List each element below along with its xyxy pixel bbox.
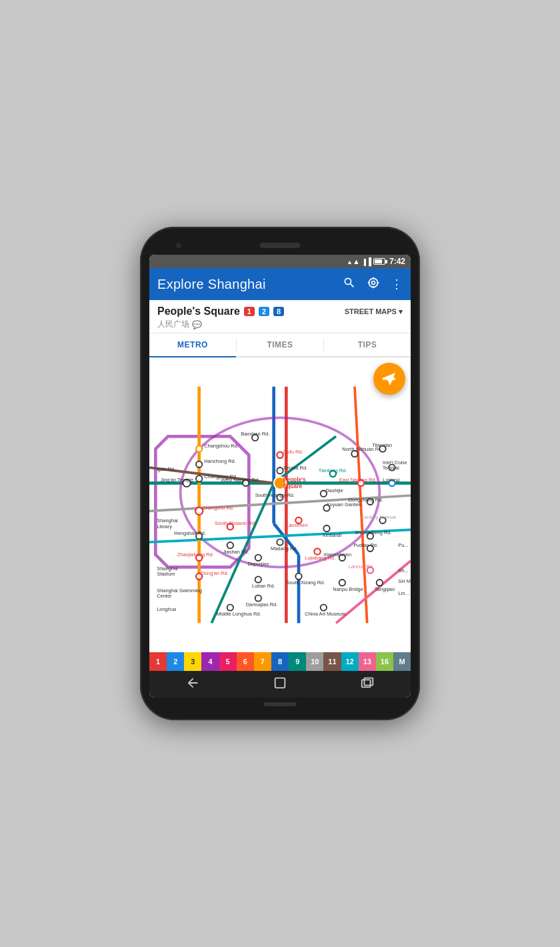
svg-text:Jiashan Rd.: Jiashan Rd. [223,549,249,555]
line-m[interactable]: M [393,652,411,671]
svg-text:Tiantong Rd.: Tiantong Rd. [319,467,347,474]
app-bar: Explore Shanghai [149,268,411,300]
svg-point-61 [323,526,329,532]
line-3[interactable]: 3 [184,652,201,671]
line-4[interactable]: 4 [201,652,219,671]
line-badge-1[interactable]: 1 [244,307,255,316]
svg-text:SH Me...: SH Me... [398,578,411,584]
direction-fab[interactable] [373,363,405,395]
svg-point-91 [255,576,261,582]
tab-tips[interactable]: TIPS [324,333,411,356]
signal-icon: ▐ [362,257,371,265]
svg-text:Inter'l Cruise: Inter'l Cruise [383,460,407,465]
line-badge-8[interactable]: 8 [273,307,284,316]
svg-text:Xinzha Rd.: Xinzha Rd. [283,465,307,471]
svg-text:Xintiandi: Xintiandi [322,532,341,538]
svg-text:Pudian Rd.: Pudian Rd. [353,542,378,548]
svg-point-1 [369,278,377,287]
svg-point-93 [295,574,301,580]
metro-map-svg: Changshou Rd. Hanzhong Rd. Changping Rd.… [149,357,411,652]
more-vert-icon[interactable]: ⋮ [391,277,403,291]
svg-text:Library: Library [157,524,172,530]
location-icon[interactable] [367,276,380,293]
line-12[interactable]: 12 [341,652,359,671]
line-16[interactable]: 16 [376,652,393,671]
line-10[interactable]: 10 [306,652,323,671]
line-7[interactable]: 7 [254,652,271,671]
tab-times[interactable]: TIMES [237,333,323,356]
tabs: METRO TIMES TIPS [149,333,411,357]
svg-text:Qufu Rd.: Qufu Rd. [283,449,303,455]
svg-text:Lujiazui: Lujiazui [383,477,400,483]
line-2[interactable]: 2 [167,652,184,671]
line-5[interactable]: 5 [219,652,237,671]
svg-text:People's: People's [283,476,306,483]
svg-text:Pu...: Pu... [398,542,408,548]
svg-text:Tangqiao: Tangqiao [375,586,395,592]
line-1[interactable]: 1 [149,652,167,671]
svg-text:Tilanqiao: Tilanqiao [372,442,392,448]
search-icon[interactable] [343,276,356,293]
svg-point-69 [277,539,283,545]
svg-text:Dashijie: Dashijie [325,488,343,494]
svg-point-30 [277,467,283,474]
svg-text:Sh...: Sh... [398,568,408,574]
svg-text:South Xizang Rd.: South Xizang Rd. [286,580,325,586]
svg-text:Longhua: Longhua [157,606,177,612]
station-chinese-text: 人民广场 [157,319,189,330]
back-button[interactable] [185,676,200,694]
svg-point-101 [227,604,233,610]
recents-button[interactable] [360,676,375,694]
svg-text:Yuyuan Garden: Yuyuan Garden [327,502,361,508]
svg-text:lgde Rd.: lgde Rd. [157,466,175,472]
station-top-row: People's Square 1 2 8 STREET MAPS ▾ [157,305,403,317]
svg-text:Zhaojiabang Rd.: Zhaojiabang Rd. [177,552,214,558]
svg-text:Baoshan Rd.: Baoshan Rd. [241,431,269,437]
metro-map-area[interactable]: Changshou Rd. Hanzhong Rd. Changping Rd.… [149,357,411,652]
svg-text:Terminal: Terminal [383,465,399,470]
line-11[interactable]: 11 [323,652,341,671]
line-8[interactable]: 8 [271,652,289,671]
line-bar: 1 2 3 4 5 6 7 8 9 10 11 12 13 16 M [149,652,411,671]
svg-text:East Nanjing Rd.: East Nanjing Rd. [339,477,377,483]
line-9[interactable]: 9 [289,652,306,671]
line-13[interactable]: 13 [359,652,376,671]
svg-point-99 [255,595,261,601]
svg-point-28 [277,452,283,458]
svg-point-97 [377,580,383,586]
phone-top [149,236,411,255]
street-maps-button[interactable]: STREET MAPS ▾ [345,307,403,316]
line-badge-2[interactable]: 2 [259,307,269,316]
svg-text:Square: Square [283,483,303,490]
svg-text:Dapuqiao: Dapuqiao [247,561,269,567]
svg-point-24 [196,476,202,482]
svg-point-0 [372,281,375,284]
svg-text:Hanzhong Rd.: Hanzhong Rd. [204,458,236,464]
svg-text:Laoximen: Laoximen [286,522,307,528]
svg-text:Center: Center [157,593,172,599]
svg-text:Stadium: Stadium [157,571,175,577]
station-name-row: People's Square 1 2 8 [157,305,284,317]
svg-point-77 [255,555,261,561]
chat-icon: 💬 [192,320,202,329]
svg-text:Madang Rd.: Madang Rd. [271,546,298,552]
station-header: People's Square 1 2 8 STREET MAPS ▾ 人民广场… [149,300,411,333]
svg-text:Nanpu Bridge: Nanpu Bridge [333,586,363,592]
svg-text:West Nanjing Rd.: West Nanjing Rd. [221,477,259,483]
home-button[interactable] [273,676,287,694]
svg-text:China Art Museum: China Art Museum [305,611,345,617]
nav-bar [149,671,411,698]
phone-speaker [260,243,300,248]
svg-point-22 [196,461,202,467]
wifi-icon: ▲ [347,257,360,265]
svg-point-95 [339,580,345,586]
battery-icon [373,258,385,265]
svg-text:Century Avenue: Century Avenue [361,514,396,520]
line-6[interactable]: 6 [237,652,254,671]
svg-text:Xiaonanmen: Xiaonanmen [323,552,351,558]
svg-text:Dong'an Rd.: Dong'an Rd. [201,570,228,576]
svg-rect-119 [364,678,373,685]
phone-device: ▲ ▐ 7:42 Explore Shanghai [140,227,420,720]
tab-metro[interactable]: METRO [149,333,236,357]
phone-camera [176,243,181,248]
